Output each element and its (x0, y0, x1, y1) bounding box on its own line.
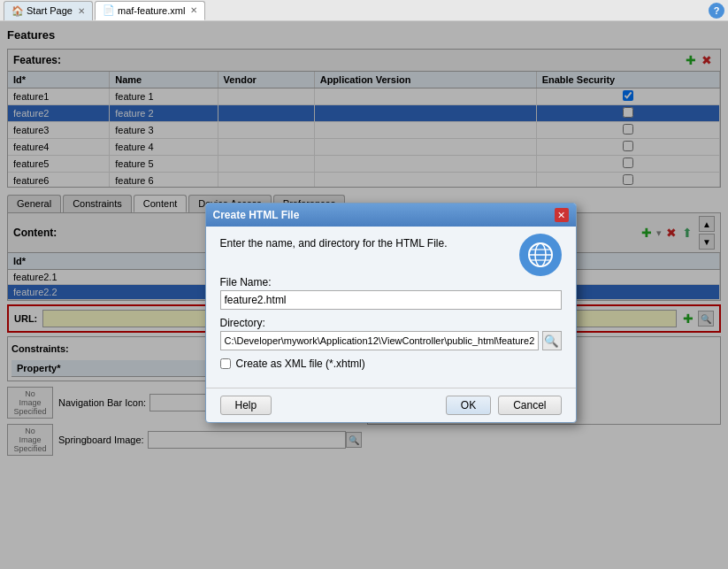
file-name-label: File Name: (220, 276, 562, 288)
file-name-input[interactable] (220, 290, 562, 310)
tab-bar: 🏠 Start Page ✕ 📄 maf-feature.xml ✕ ? (0, 0, 728, 21)
modal-close-button[interactable]: ✕ (555, 208, 569, 222)
tab-start-label: Start Page (27, 5, 73, 16)
modal-titlebar: Create HTML File ✕ (206, 204, 576, 227)
modal-overlay: Create HTML File ✕ Enter the name, and d… (0, 21, 728, 569)
directory-input[interactable] (220, 331, 539, 350)
xml-checkbox[interactable] (220, 358, 231, 369)
tab-maf-close[interactable]: ✕ (190, 5, 197, 15)
modal-footer: Help OK Cancel (206, 388, 576, 422)
file-name-row: File Name: (220, 276, 562, 310)
tab-start-close[interactable]: ✕ (78, 6, 85, 16)
modal-help-button[interactable]: Help (220, 396, 272, 415)
start-page-icon: 🏠 (11, 5, 24, 17)
directory-input-row: 🔍 (220, 331, 562, 350)
modal-ok-button[interactable]: OK (446, 396, 491, 415)
create-html-dialog: Create HTML File ✕ Enter the name, and d… (205, 203, 577, 423)
tab-start-page[interactable]: 🏠 Start Page ✕ (4, 1, 93, 20)
modal-cancel-button[interactable]: Cancel (498, 396, 561, 415)
modal-body: Enter the name, and directory for the HT… (206, 227, 576, 388)
modal-globe-icon (519, 234, 562, 276)
directory-row: Directory: 🔍 (220, 317, 562, 350)
xml-checkbox-row: Create as XML file (*.xhtml) (220, 358, 562, 370)
xml-checkbox-label: Create as XML file (*.xhtml) (236, 358, 365, 370)
tab-maf-label: maf-feature.xml (118, 5, 185, 16)
directory-browse-button[interactable]: 🔍 (542, 331, 562, 350)
directory-label: Directory: (220, 317, 562, 329)
main-content: Features Features: ✚ ✖ Id* Name Vendor A… (0, 21, 728, 569)
modal-desc-row: Enter the name, and directory for the HT… (220, 237, 562, 276)
tab-maf-feature[interactable]: 📄 maf-feature.xml ✕ (95, 1, 205, 20)
modal-description: Enter the name, and directory for the HT… (220, 237, 510, 250)
help-button[interactable]: ? (709, 3, 724, 19)
maf-icon: 📄 (103, 4, 115, 16)
modal-title: Create HTML File (213, 209, 555, 221)
